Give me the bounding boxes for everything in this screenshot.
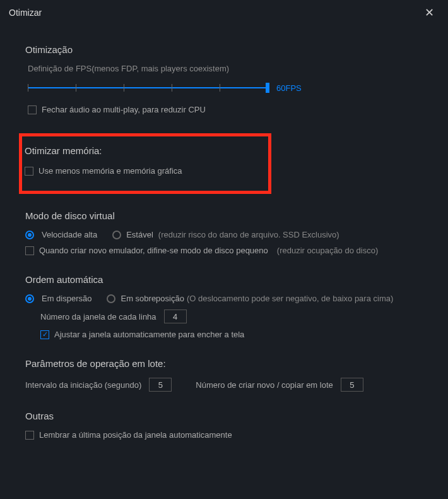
close-audio-checkbox[interactable] (28, 105, 37, 114)
heading-memory: Otimizar memória: (25, 145, 262, 156)
heading-optimization: Otimização (25, 44, 423, 55)
fps-desc: Definição de FPS(menos FDP, mais players… (28, 64, 423, 73)
label-high-speed: Velocidade alta (42, 230, 97, 239)
auto-fit-checkbox[interactable]: ✓ (40, 330, 49, 339)
remember-pos-label: Lembrar a última posição da janela autom… (39, 430, 232, 440)
heading-autoorder: Ordem automática (25, 274, 423, 285)
use-less-memory-checkbox[interactable] (25, 167, 33, 176)
close-icon[interactable]: ✕ (420, 3, 439, 22)
stable-note: (reduzir risco do dano de arquivo. SSD E… (158, 230, 339, 239)
content: Otimização Definição de FPS(menos FDP, m… (0, 25, 448, 465)
batch-row: Intervalo da iniciação (segundo) Número … (25, 378, 423, 392)
use-less-memory-row: Use menos memória e memória gráfica (25, 166, 262, 176)
small-disk-row: Quando criar novo emulador, difine-se mo… (25, 246, 423, 255)
label-overlap: Em sobreposição (121, 294, 184, 303)
copies-input[interactable] (341, 378, 363, 392)
radio-high-speed[interactable] (25, 231, 34, 239)
close-audio-row: Fechar áudio ao multi-play, para reduzir… (28, 105, 423, 114)
window-title: Otimizar (9, 8, 42, 18)
heading-disk: Modo de disco virtual (25, 210, 423, 221)
interval-input[interactable] (149, 378, 172, 392)
remember-pos-checkbox[interactable] (25, 431, 34, 440)
fps-value-label: 60FPS (276, 83, 302, 93)
label-stable: Estável (126, 230, 153, 239)
section-optimization: Otimização Definição de FPS(menos FDP, m… (25, 44, 423, 114)
section-batch: Parâmetros de operação em lote: Interval… (25, 358, 423, 392)
fps-slider[interactable] (28, 82, 268, 93)
radio-scatter[interactable] (25, 294, 34, 303)
copies-label: Número de criar novo / copiar em lote (196, 380, 333, 390)
label-scatter: Em dispersão (42, 294, 91, 303)
radio-overlap[interactable] (107, 294, 115, 303)
section-autoorder: Ordem automática Em dispersão Em sobrepo… (25, 274, 423, 339)
interval-label: Intervalo da iniciação (segundo) (25, 380, 141, 390)
auto-fit-label: Ajustar a janela automaticamente para en… (54, 330, 244, 339)
per-line-input[interactable] (164, 310, 187, 323)
section-disk: Modo de disco virtual Velocidade alta Es… (25, 210, 423, 255)
auto-fit-row: ✓ Ajustar a janela automaticamente para … (40, 330, 423, 339)
heading-other: Outras (25, 411, 423, 421)
close-audio-label: Fechar áudio ao multi-play, para reduzir… (42, 105, 206, 114)
use-less-memory-label: Use menos memória e memória gráfica (38, 166, 182, 176)
overlap-note: (O deslocamento pode ser negativo, de ba… (187, 294, 393, 303)
titlebar: Otimizar ✕ (0, 0, 448, 25)
section-other: Outras Lembrar a última posição da janel… (25, 411, 423, 440)
small-disk-note: (reduzir ocupação do disco) (277, 246, 378, 255)
small-disk-checkbox[interactable] (25, 246, 34, 255)
heading-batch: Parâmetros de operação em lote: (25, 358, 423, 369)
radio-stable[interactable] (112, 231, 121, 239)
order-mode-row: Em dispersão Em sobreposição (O deslocam… (25, 294, 423, 303)
disk-mode-row: Velocidade alta Estável (reduzir risco d… (25, 230, 423, 239)
small-disk-label: Quando criar novo emulador, difine-se mo… (39, 246, 268, 255)
fps-slider-wrap: 60FPS (28, 82, 423, 93)
remember-pos-row: Lembrar a última posição da janela autom… (25, 430, 423, 440)
per-line-label: Número da janela de cada linha (40, 312, 156, 322)
per-line-row: Número da janela de cada linha (40, 310, 423, 323)
highlight-memory: Otimizar memória: Use menos memória e me… (19, 133, 271, 194)
